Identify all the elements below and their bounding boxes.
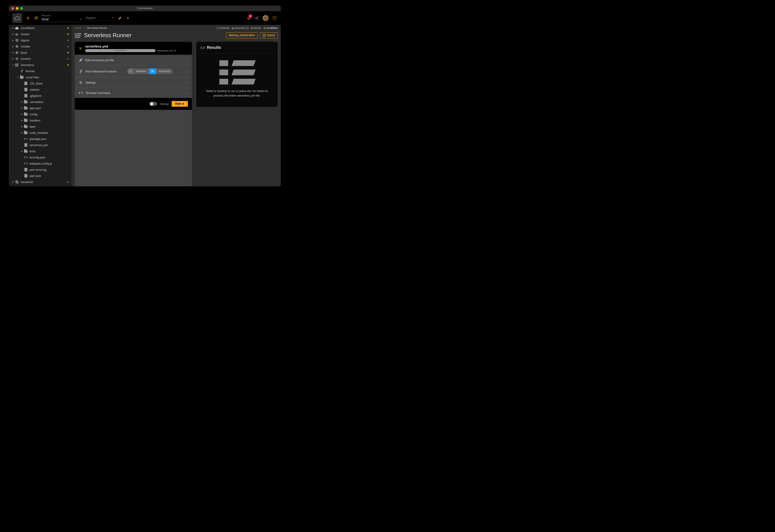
sidebar-item-bash[interactable]: ▶Bash: [9, 50, 71, 56]
window-title: Commandeer: [137, 7, 153, 10]
results-card: Results Select a function to run or pres…: [196, 42, 278, 107]
sidebar-item--babelrc[interactable]: .babelrc: [9, 86, 71, 93]
caret-down-icon: ▼: [79, 18, 81, 20]
code-icon: [24, 137, 28, 141]
installation-info-button[interactable]: INSTALLATION INFO: [226, 32, 258, 39]
external-link-icon[interactable]: ⧉: [174, 49, 176, 52]
pencil-icon: [79, 58, 83, 62]
sidebar-item-slack[interactable]: ▶Slack: [9, 185, 71, 186]
region-value: Region: [85, 15, 96, 20]
sidebar-item-package-json[interactable]: package.json: [9, 136, 71, 142]
window-minimize[interactable]: [16, 7, 18, 10]
tree-caret-icon: ▶: [12, 27, 14, 29]
sidebar-item-app-sync[interactable]: ▶app-sync: [9, 105, 71, 111]
app-logo[interactable]: [12, 13, 22, 23]
edit-file-row[interactable]: Edit serverless.yml file ⌄: [75, 55, 192, 65]
forward-icon[interactable]: [126, 16, 130, 20]
sidebar-item-docker[interactable]: ▶Docker: [9, 31, 71, 37]
sidebar-item-sendgrid[interactable]: ▶SendGrid: [9, 179, 71, 185]
sidebar-item-runner[interactable]: Runner: [9, 68, 71, 74]
tree-label: CircleCI: [21, 57, 31, 61]
page-title: Serverless Runner: [84, 32, 131, 39]
refresh-icon[interactable]: [34, 16, 38, 20]
account-select[interactable]: Account local ▼: [42, 14, 81, 22]
sidebar-item-config[interactable]: ▶config: [9, 111, 71, 117]
terminal-row[interactable]: Terminal Command ⌄: [75, 88, 192, 98]
help-icon[interactable]: ?: [272, 16, 277, 20]
ansible-icon: [15, 44, 19, 48]
cloud-icon: [15, 26, 19, 30]
status-dot: [67, 52, 69, 53]
sidebar-item-tsconfig-json[interactable]: tsconfig.json: [9, 154, 71, 160]
sidebar-item-serverless-yml[interactable]: serverless.yml: [9, 142, 71, 148]
tree-label: tsconfig.json: [29, 156, 45, 159]
notifications-icon[interactable]: 1: [247, 16, 251, 20]
sidebar-item-tests[interactable]: ▶tests: [9, 148, 71, 154]
window-maximize[interactable]: [20, 7, 23, 10]
code-icon: [24, 155, 28, 159]
tree-label: Local Files: [26, 76, 39, 79]
sidebar-item--serverless[interactable]: ▶.serverless: [9, 99, 71, 105]
svg-rect-6: [16, 33, 17, 34]
tree-label: Docker: [21, 33, 30, 36]
sidebar-item-algolia[interactable]: ▶Algolia: [9, 37, 71, 43]
edit-icon[interactable]: [118, 16, 122, 20]
sidebar-item-ansible[interactable]: ▶Ansible: [9, 43, 71, 50]
run-functions-row[interactable]: Run Individual Functions 0 Selected 16 F…: [75, 65, 192, 77]
user-avatar[interactable]: [263, 15, 268, 21]
sidebar-item--ds-store[interactable]: .DS_Store: [9, 80, 71, 86]
svg-point-12: [16, 58, 17, 59]
sidebar-item-node-modules[interactable]: ▶node_modules: [9, 130, 71, 136]
code-icon: [201, 46, 205, 49]
folder-icon: [24, 100, 28, 104]
sidebar-item-webpack-config-js[interactable]: webpack.config.js: [9, 160, 71, 167]
file-icon: [24, 168, 28, 172]
svg-rect-22: [17, 180, 18, 182]
account-value: local: [42, 17, 49, 22]
status-accounts[interactable]: Accounts (1): [232, 27, 248, 29]
status-terminal[interactable]: Terminal: [217, 27, 229, 29]
traffic-lights: [11, 7, 23, 10]
tree-label: app-sync: [29, 106, 41, 110]
tree-caret-icon: ▼: [12, 64, 14, 66]
debug-toggle[interactable]: [150, 102, 157, 106]
svg-rect-3: [15, 34, 16, 35]
circleci-icon: [15, 57, 19, 61]
settings-row[interactable]: Settings ⌄: [75, 77, 192, 88]
sidebar: ▶LocalStack▶Docker▶Algolia▶Ansible▶Bash▶…: [9, 25, 72, 186]
tree-label: SendGrid: [21, 180, 33, 184]
sidebar-item-yarn-error-log[interactable]: yarn-error.log: [9, 167, 71, 173]
add-icon[interactable]: [26, 16, 30, 20]
titlebar: Commandeer: [9, 6, 281, 11]
svg-point-2: [257, 19, 258, 20]
status-docker[interactable]: Docker: [251, 27, 261, 29]
sidebar-item--gitignore[interactable]: .gitignore: [9, 93, 71, 99]
status-localstack[interactable]: LocalStack: [264, 27, 278, 29]
tree-caret-icon: ▶: [12, 181, 14, 183]
file-card: ✕ serverless.yml Your path here /serverl…: [75, 42, 192, 186]
file-icon: [24, 94, 28, 98]
svg-rect-4: [16, 34, 17, 35]
tree-label: serverless.yml: [29, 143, 48, 147]
sidebar-item-serverless[interactable]: ▼Serverless: [9, 62, 71, 68]
region-select[interactable]: Region ▼: [85, 15, 114, 21]
close-icon[interactable]: ✕: [79, 46, 82, 51]
docs-button[interactable]: DOCS: [260, 32, 278, 39]
share-icon[interactable]: [255, 16, 259, 20]
path-input[interactable]: Your path here: [85, 49, 156, 52]
breadcrumb-home[interactable]: Home: [75, 27, 81, 29]
window-close[interactable]: [11, 7, 14, 10]
sidebar-item-layer[interactable]: ▶layer: [9, 123, 71, 130]
tree-caret-icon: ▶: [21, 119, 23, 121]
sidebar-item-circleci[interactable]: ▶CircleCI: [9, 56, 71, 62]
app-window: Commandeer Account local ▼ Region ▼: [9, 6, 281, 186]
sidebar-item-handlers[interactable]: ▶handlers: [9, 117, 71, 123]
sidebar-item-local-files[interactable]: ▼Local Files: [9, 74, 71, 80]
tree-label: Serverless: [21, 63, 34, 67]
tree-label: config: [29, 113, 37, 116]
folder-icon: [24, 106, 28, 110]
run-button[interactable]: RUN: [172, 101, 188, 107]
tree-caret-icon: ▶: [21, 113, 23, 115]
sidebar-item-localstack[interactable]: ▶LocalStack: [9, 25, 71, 31]
sidebar-item-yarn-lock[interactable]: yarn.lock: [9, 173, 71, 179]
